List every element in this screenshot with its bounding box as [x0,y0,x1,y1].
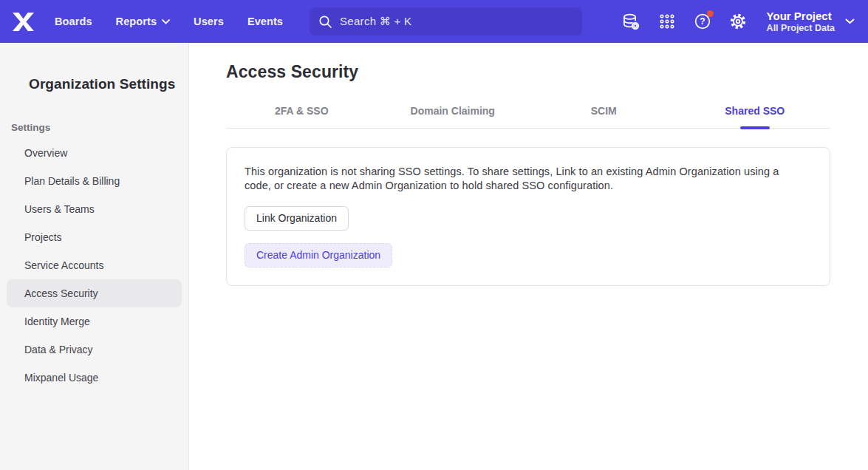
shared-sso-description: This organization is not sharing SSO set… [245,165,807,193]
mixpanel-logo[interactable] [0,13,46,31]
settings-sidebar: Organization Settings Settings Overview … [0,43,189,470]
nav-reports[interactable]: Reports [107,10,180,33]
topbar-actions: ? Your Project All Project Data [618,0,858,43]
sidebar-item-service-accounts[interactable]: Service Accounts [7,251,182,279]
search-placeholder: Search ⌘ + K [340,15,411,28]
tab-2fa-sso[interactable]: 2FA & SSO [226,105,377,128]
apps-grid-icon [658,13,676,30]
topbar: Boards Reports Users Events Search ⌘ + K [0,0,868,43]
sidebar-item-plan-details-billing[interactable]: Plan Details & Billing [7,167,182,195]
database-gear-icon [622,13,640,31]
nav-events[interactable]: Events [239,10,292,33]
chevron-down-icon [845,18,855,24]
nav-boards[interactable]: Boards [46,10,101,33]
sidebar-section-label: Settings [0,92,188,139]
project-data-scope: All Project Data [767,23,835,34]
sidebar-item-overview[interactable]: Overview [7,139,182,167]
page-title: Access Security [226,62,830,82]
create-admin-organization-button[interactable]: Create Admin Organization [245,243,392,268]
sidebar-item-users-teams[interactable]: Users & Teams [7,195,182,223]
main-content: Access Security 2FA & SSO Domain Claimin… [189,43,868,470]
mixpanel-logo-icon [12,13,35,31]
sidebar-item-data-privacy[interactable]: Data & Privacy [7,336,182,364]
nav-users[interactable]: Users [185,10,233,33]
tab-scim[interactable]: SCIM [528,105,680,128]
apps-grid-button[interactable] [653,7,681,35]
link-organization-button[interactable]: Link Organization [245,206,349,231]
project-name: Your Project [767,10,835,23]
help-button[interactable]: ? [688,7,717,35]
project-selector[interactable]: Your Project All Project Data [759,5,858,38]
tab-shared-sso-label: Shared SSO [725,105,785,117]
sidebar-item-access-security[interactable]: Access Security [7,279,182,307]
notification-dot [707,10,714,17]
search-icon [318,15,332,29]
gear-icon [729,13,747,30]
chevron-down-icon [162,19,170,24]
access-security-tabs: 2FA & SSO Domain Claiming SCIM Shared SS… [226,105,830,129]
tab-shared-sso[interactable]: Shared SSO [680,105,831,128]
nav-reports-label: Reports [116,16,157,27]
sidebar-item-projects[interactable]: Projects [7,223,182,251]
sidebar-title: Organization Settings [0,43,188,92]
svg-text:?: ? [700,16,705,27]
project-info: Your Project All Project Data [767,10,835,34]
data-management-button[interactable] [618,7,646,35]
settings-button[interactable] [724,7,752,35]
main-nav: Boards Reports Users Events [46,10,292,33]
active-tab-indicator [740,126,770,129]
tab-domain-claiming[interactable]: Domain Claiming [377,105,529,128]
sidebar-nav: Overview Plan Details & Billing Users & … [0,139,188,392]
sidebar-item-identity-merge[interactable]: Identity Merge [7,307,182,336]
sidebar-item-mixpanel-usage[interactable]: Mixpanel Usage [7,364,182,392]
search-input[interactable]: Search ⌘ + K [310,7,582,35]
shared-sso-card: This organization is not sharing SSO set… [226,147,830,286]
